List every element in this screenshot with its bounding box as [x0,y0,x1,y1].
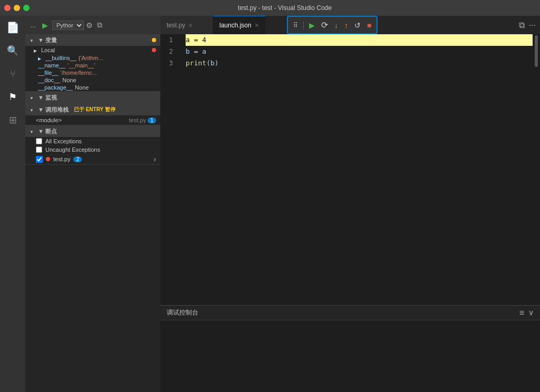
debug-stepinto-button[interactable]: ↓ [332,20,340,31]
breakpoints-label: ▼ 断点 [38,128,57,135]
debug-console: 调试控制台 ≡ ∨ [160,305,540,392]
gear-icon[interactable]: ⚙ [86,21,93,30]
split-editor-icon[interactable]: ⧉ [519,21,525,30]
search-icon[interactable]: 🔍 [5,43,20,58]
extensions-icon[interactable]: ⊞ [5,113,20,128]
testpy-breakpoint-item[interactable]: test.py 2 › [25,154,160,164]
uncaught-exceptions-checkbox[interactable] [36,146,42,153]
variables-content: Local __builtins__ {'Arithm... __name__ … [25,46,160,91]
console-actions: ≡ ∨ [519,308,534,318]
variables-section-header[interactable]: ▼ 变量 [25,34,160,46]
debug-dots-button[interactable]: ⠿ [291,21,300,30]
sidebar: ... ▶ Pythor ⚙ ⧉ ▼ 变量 Local [25,16,160,392]
tab-launchjson[interactable]: launch.json × [213,16,266,34]
debug-console-content [160,320,540,392]
run-button[interactable]: ▶ [40,20,50,31]
callstack-paused: 已于 ENTRY 暂停 [74,106,115,113]
close-button[interactable] [4,5,11,11]
all-exceptions-item[interactable]: All Exceptions [25,137,160,145]
local-group[interactable]: Local [25,46,160,54]
variables-label: ▼ 变量 [38,36,57,44]
editor-area: test.py × launch.json × ⠿ ▶ ⟳ ↓ ↑ ↺ ■ ⧉ [160,16,540,392]
scrollbar-thumb[interactable] [535,35,538,67]
all-exceptions-checkbox[interactable] [36,138,42,144]
debug-stop-button[interactable]: ■ [365,20,373,31]
callstack-label: ▼ 调用堆栈 [38,106,69,114]
code-line-3: print(b) [186,57,533,69]
debug-stepover-button[interactable]: ⟳ [319,19,330,31]
dot-indicator-red [152,47,156,53]
debug-toolbar: ⠿ ▶ ⟳ ↓ ↑ ↺ ■ [287,16,378,34]
callstack-section-header[interactable]: ▼ 调用堆栈 已于 ENTRY 暂停 [25,104,160,115]
var-file[interactable]: __file__ '/home/fernc... [25,69,160,76]
line-num-1: 1 [160,34,177,46]
file-val: '/home/fernc... [61,70,97,76]
editor-actions: ⧉ ··· [519,16,540,34]
python-selector[interactable]: Pythor [52,21,84,30]
name-val: '__main__' [68,62,95,68]
local-label: Local [41,47,55,53]
tab-launchjson-label: launch.json [219,22,252,29]
debug-restart-button[interactable]: ↺ [352,20,363,31]
window-title: test.py - test - Visual Studio Code [34,4,536,12]
var-package[interactable]: __package__ None [25,84,160,91]
variables-chevron [30,37,34,43]
debug-icon[interactable]: ⚑ [5,90,20,104]
breakpoint-line-badge: 2 [73,156,82,162]
activity-bar: 📄 🔍 ⑂ ⚑ ⊞ [0,16,25,392]
filter-icon[interactable]: ≡ [519,308,524,318]
line-numbers: 1 2 3 [160,34,181,305]
sidebar-toolbar: ... ▶ Pythor ⚙ ⧉ [25,16,160,34]
split-editor-icon[interactable]: ⧉ [97,21,102,30]
builtins-val: {'Arithm... [79,55,103,61]
chevron-down-icon[interactable]: ∨ [528,308,534,318]
tab-testpy-label: test.py [167,22,185,29]
breakpoint-dot [46,157,50,161]
callstack-item-module[interactable]: <module> test.py 1 [25,115,160,125]
callstack-file: test.py 1 [129,117,156,123]
debug-console-title: 调试控制台 [167,308,198,317]
maximize-button[interactable] [23,5,30,11]
doc-label: __doc__ [38,77,60,83]
line-num-2: 2 [160,46,177,57]
expand-icon[interactable]: › [153,155,156,163]
all-exceptions-label: All Exceptions [45,138,82,144]
package-val: None [75,84,89,91]
builtins-chevron [38,55,41,61]
debug-console-header: 调试控制台 ≡ ∨ [160,306,540,320]
vertical-scrollbar[interactable] [533,34,540,305]
uncaught-exceptions-item[interactable]: Uncaught Exceptions [25,145,160,154]
watch-chevron [30,94,34,101]
watch-label: ▼ 监视 [38,94,57,102]
more-actions-icon[interactable]: ··· [529,21,536,30]
breakpoints-section-header[interactable]: ▼ 断点 [25,125,160,137]
code-line-1: a = 4 [186,34,533,46]
doc-val: None [62,77,76,83]
tab-launchjson-close[interactable]: × [255,21,259,30]
editor-content: 1 2 3 a = 4 b = a print(b) [160,34,540,305]
debug-sep-1 [303,21,304,30]
var-name[interactable]: __name__ '__main__' [25,62,160,69]
tab-testpy-close[interactable]: × [188,21,192,30]
watch-section-header[interactable]: ▼ 监视 [25,92,160,103]
var-builtins[interactable]: __builtins__ {'Arithm... [25,54,160,62]
ellipsis-button[interactable]: ... [28,21,38,30]
source-control-icon[interactable]: ⑂ [5,66,20,81]
var-doc[interactable]: __doc__ None [25,76,160,84]
testpy-breakpoint-checkbox[interactable] [36,156,43,163]
dot-indicator-yellow [152,37,156,43]
uncaught-exceptions-label: Uncaught Exceptions [45,146,100,153]
window-controls[interactable] [4,5,30,11]
minimize-button[interactable] [14,5,20,11]
breakpoints-panel: ▼ 断点 All Exceptions Uncaught Exceptions … [25,125,160,165]
files-icon[interactable]: 📄 [5,20,20,35]
debug-stepout-button[interactable]: ↑ [342,20,350,31]
package-label: __package__ [38,84,73,91]
breakpoints-chevron [30,128,34,134]
tab-testpy[interactable]: test.py × [160,16,213,34]
watch-panel: ▼ 监视 [25,92,160,104]
code-line-2: b = a [186,46,533,57]
builtins-name: __builtins__ [45,55,76,61]
code-area[interactable]: a = 4 b = a print(b) [181,34,533,305]
debug-continue-button[interactable]: ▶ [307,20,317,31]
